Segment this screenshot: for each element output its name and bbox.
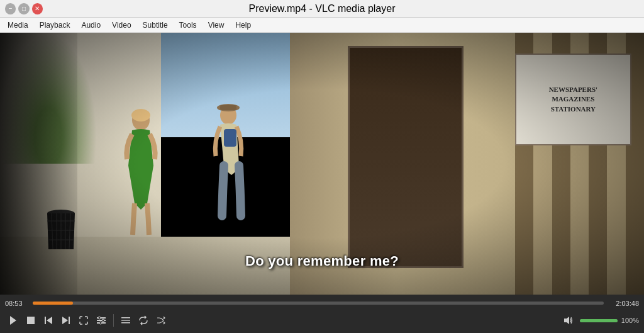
menu-playback[interactable]: Playback (35, 20, 75, 31)
separator (113, 314, 114, 327)
sign-line3: STATIONARY (551, 104, 596, 114)
newspapers-sign: NEWSPAPERS' MAGAZINES STATIONARY (515, 54, 631, 145)
svg-point-24 (98, 317, 101, 319)
time-total: 2:03:48 (609, 300, 639, 307)
buttons-row: 100% (5, 311, 639, 330)
volume-button[interactable] (560, 312, 576, 329)
svg-rect-19 (69, 317, 70, 324)
svg-rect-17 (45, 317, 46, 324)
controls-bar: 08:53 2:03:48 (0, 295, 644, 333)
sign-line1: NEWSPAPERS' (549, 85, 597, 94)
titlebar: − □ ✕ Preview.mp4 - VLC media player (0, 0, 644, 18)
minimize-button[interactable]: − (5, 3, 16, 14)
svg-point-1 (131, 109, 150, 121)
menu-view[interactable]: View (203, 20, 230, 31)
subtitle-text: Do you remember me? (245, 253, 399, 269)
progress-row: 08:53 2:03:48 (5, 297, 639, 310)
video-player[interactable]: NEWSPAPERS' MAGAZINES STATIONARY (0, 33, 644, 295)
loop-button[interactable] (135, 312, 152, 329)
fullscreen-button[interactable] (75, 312, 92, 329)
svg-marker-20 (62, 317, 68, 324)
svg-marker-18 (47, 317, 52, 324)
sign-line2: MAGAZINES (552, 94, 594, 104)
next-button[interactable] (58, 312, 74, 329)
maximize-button[interactable]: □ (18, 3, 29, 14)
svg-rect-4 (220, 105, 236, 110)
shuffle-button[interactable] (153, 312, 169, 329)
progress-fill (33, 302, 73, 305)
menu-subtitle[interactable]: Subtitle (138, 20, 173, 31)
stop-button[interactable] (23, 312, 39, 329)
time-current: 08:53 (5, 300, 28, 307)
menu-video[interactable]: Video (107, 20, 136, 31)
menu-help[interactable]: Help (230, 20, 256, 31)
menu-audio[interactable]: Audio (76, 20, 106, 31)
svg-rect-5 (224, 129, 236, 147)
prev-button[interactable] (40, 312, 57, 329)
person-male (206, 103, 250, 247)
person-female (116, 109, 166, 247)
window-title: Preview.mp4 - VLC media player (249, 3, 396, 14)
volume-bar[interactable] (580, 319, 618, 322)
volume-fill (580, 319, 618, 322)
left-dark (0, 33, 77, 295)
menu-media[interactable]: Media (3, 20, 33, 31)
play-button[interactable] (5, 312, 21, 329)
volume-label: 100% (621, 317, 639, 324)
menu-tools[interactable]: Tools (174, 20, 202, 31)
svg-rect-29 (121, 322, 130, 324)
svg-point-25 (102, 319, 104, 322)
svg-rect-16 (27, 317, 35, 324)
svg-marker-15 (10, 316, 16, 325)
svg-rect-27 (121, 317, 130, 319)
extended-button[interactable] (93, 312, 109, 329)
close-button[interactable]: ✕ (32, 3, 43, 14)
playlist-button[interactable] (118, 312, 134, 329)
progress-bar[interactable] (33, 302, 604, 305)
svg-rect-28 (121, 320, 130, 321)
svg-point-26 (99, 322, 102, 324)
menubar: Media Playback Audio Video Subtitle Tool… (0, 18, 644, 33)
storefront-door (348, 46, 464, 269)
